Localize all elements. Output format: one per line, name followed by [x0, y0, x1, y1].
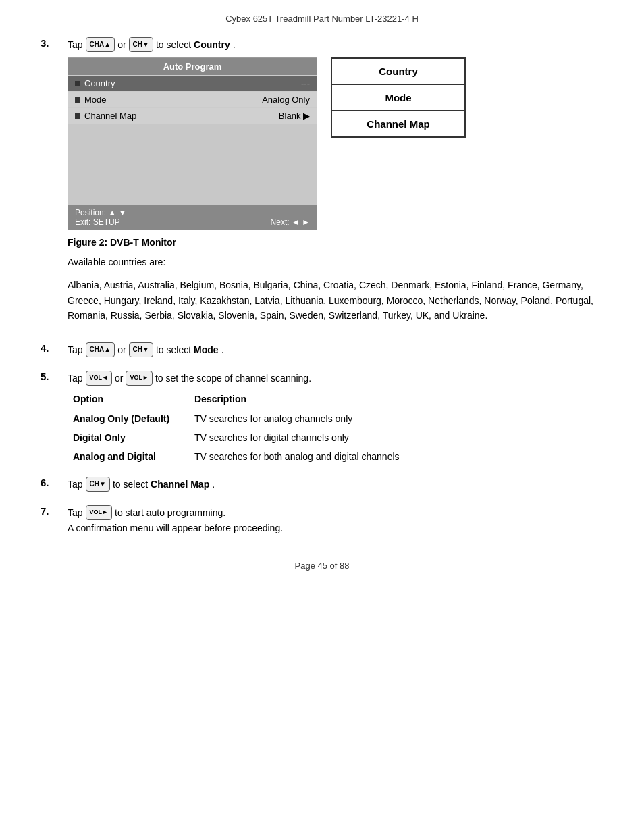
footer-next: Next: ◄ ► [271, 217, 310, 227]
auto-program-table: Auto Program Country --- Mode Analog Onl… [68, 57, 317, 230]
available-countries-intro: Available countries are: [68, 255, 603, 269]
table-row-digital-only: Digital Only TV searches for digital cha… [68, 428, 603, 447]
step-3-tap-line: Tap CHA▲ or CH▼ to select Country. [68, 37, 603, 52]
desc-analog-only: TV searches for analog channels only [189, 409, 603, 428]
bullet-country [75, 81, 80, 86]
step-6-to-select: to select [113, 479, 148, 490]
auto-program-row-country: Country --- [68, 75, 317, 91]
step-4-number: 4. [41, 342, 68, 354]
option-digital-only: Digital Only [68, 428, 189, 447]
desc-analog-digital: TV searches for both analog and digital … [189, 447, 603, 466]
step-3-btn2[interactable]: CH▼ [129, 37, 153, 52]
step-6-tap-line: Tap CH▼ to select Channel Map. [68, 477, 603, 492]
step-5-tap-line: Tap VOL◄ or VOL► to set the scope of cha… [68, 371, 603, 386]
table-row-analog-only: Analog Only (Default) TV searches for an… [68, 409, 603, 428]
step-6-btn[interactable]: CH▼ [86, 477, 110, 492]
auto-program-body [68, 124, 317, 205]
page-footer: Page 45 of 88 [41, 561, 603, 571]
auto-program-footer: Position: ▲ ▼ Exit: SETUP Next: ◄ ► [68, 205, 317, 230]
step-3-btn1[interactable]: CHA▲ [86, 37, 115, 52]
highlight-box-mode: Mode [332, 85, 464, 111]
figure-caption: Figure 2: DVB-T Monitor [68, 237, 603, 248]
highlight-box-channelmap: Channel Map [332, 111, 464, 136]
step-4-tap-text: Tap [68, 344, 83, 355]
available-countries-list: Albania, Austria, Australia, Belgium, Bo… [68, 278, 603, 323]
footer-position: Position: ▲ ▼ [75, 208, 126, 217]
auto-program-header: Auto Program [68, 58, 317, 75]
step-7-btn[interactable]: VOL► [86, 505, 112, 520]
step-7-number: 7. [41, 505, 68, 517]
step-4-btn2[interactable]: CH▼ [129, 342, 153, 357]
auto-program-container: Auto Program Country --- Mode Analog Onl… [68, 57, 603, 230]
step-5-tap-text: Tap [68, 373, 83, 384]
desc-digital-only: TV searches for digital channels only [189, 428, 603, 447]
step-4-or-text: or [117, 344, 126, 355]
highlight-boxes: Country Mode Channel Map [331, 57, 466, 138]
bullet-channelmap [75, 113, 80, 119]
step-3-bold-word: Country [194, 39, 230, 50]
page-header: Cybex 625T Treadmill Part Number LT-2322… [41, 14, 603, 24]
step-6-number: 6. [41, 477, 68, 488]
step-3-tap-text: Tap [68, 39, 83, 50]
footer-exit: Exit: SETUP [75, 217, 120, 227]
step-7-tap-line: Tap VOL► to start auto programming. [68, 505, 603, 520]
step-6-bold-word: Channel Map [151, 479, 209, 490]
step-3-to-select: to select [156, 39, 191, 50]
step-6-tap-text: Tap [68, 479, 83, 490]
step-7-to-start: to start auto programming. [115, 507, 225, 518]
page-number: Page 45 of 88 [295, 561, 350, 571]
step-4-to-select: to select [156, 344, 191, 355]
step-5-btn2[interactable]: VOL► [126, 371, 152, 386]
step-7-content: Tap VOL► to start auto programming. A co… [68, 505, 603, 533]
auto-program-row-channelmap: Channel Map Blank ▶ [68, 107, 317, 124]
table-row-analog-digital: Analog and Digital TV searches for both … [68, 447, 603, 466]
step-6-content: Tap CH▼ to select Channel Map. [68, 477, 603, 494]
step-5-content: Tap VOL◄ or VOL► to set the scope of cha… [68, 371, 603, 466]
step-5-or-text: or [115, 373, 123, 384]
option-analog-digital: Analog and Digital [68, 447, 189, 466]
step-5-to-select: to set the scope of channel scanning. [155, 373, 311, 384]
step-3-content: Tap CHA▲ or CH▼ to select Country. Auto … [68, 37, 603, 332]
step-5-number: 5. [41, 371, 68, 382]
options-table: Option Description Analog Only (Default)… [68, 391, 603, 466]
options-col2: Description [189, 391, 603, 409]
step-7-confirmation: A confirmation menu will appear before p… [68, 523, 603, 533]
step-5-btn1[interactable]: VOL◄ [86, 371, 112, 386]
step-3-number: 3. [41, 37, 68, 49]
step-3-or-text: or [117, 39, 126, 50]
step-4-content: Tap CHA▲ or CH▼ to select Mode. [68, 342, 603, 360]
step-7-tap-text: Tap [68, 507, 83, 518]
highlight-box-country: Country [332, 59, 464, 85]
option-analog-only: Analog Only (Default) [68, 409, 189, 428]
step-4-bold-word: Mode [194, 344, 219, 355]
options-col1: Option [68, 391, 189, 409]
step-4-tap-line: Tap CHA▲ or CH▼ to select Mode. [68, 342, 603, 357]
step-4-btn1[interactable]: CHA▲ [86, 342, 115, 357]
bullet-mode [75, 97, 80, 103]
auto-program-row-mode: Mode Analog Only [68, 91, 317, 107]
